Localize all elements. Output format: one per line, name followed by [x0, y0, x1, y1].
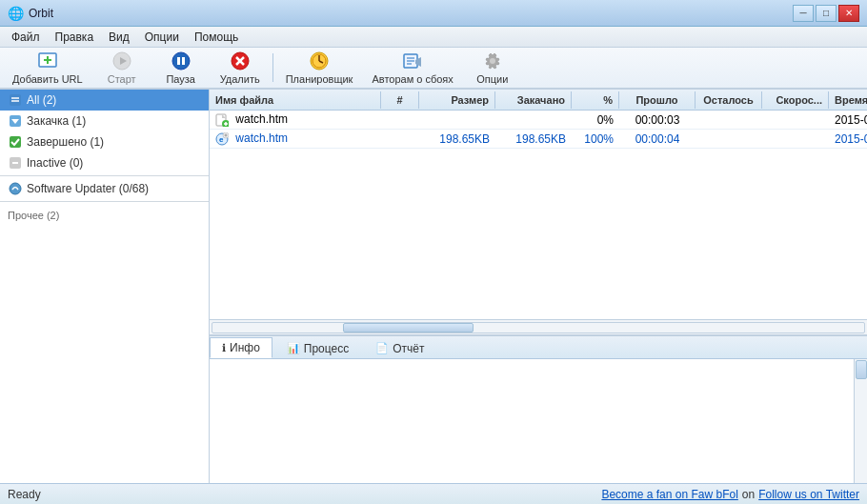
sidebar-item-software-updater[interactable]: Software Updater (0/68): [0, 178, 209, 199]
toolbar-separator-1: [272, 53, 273, 82]
scrollbar-thumb[interactable]: [856, 360, 867, 379]
sidebar-item-all[interactable]: All (2): [0, 90, 209, 111]
svg-point-5: [172, 52, 190, 70]
row1-speed: [762, 118, 829, 122]
tab-process[interactable]: 📊 Процесс: [274, 337, 361, 358]
sidebar-all-label: All (2): [27, 93, 56, 107]
inactive-icon: [8, 155, 23, 171]
table-row[interactable]: watch.htm 0% 00:00:03 2015-01-27 21: [210, 111, 867, 130]
twitter-link[interactable]: Follow us on Twitter: [758, 488, 859, 501]
sidebar-downloading-label: Закачка (1): [27, 114, 86, 128]
menu-view[interactable]: Вид: [101, 29, 137, 46]
tab-report[interactable]: 📄 Отчёт: [363, 337, 436, 358]
row2-percent: 100%: [572, 131, 619, 148]
window-title: Orbit: [29, 7, 793, 20]
svg-point-20: [490, 58, 495, 64]
vertical-scrollbar[interactable]: [854, 359, 867, 483]
all-icon: [8, 92, 23, 108]
svg-rect-26: [10, 136, 21, 148]
table-header: Имя файла # Размер Закачано % Прошло Ост…: [210, 90, 867, 111]
main-area: All (2) Закачка (1) Завершено (1): [0, 90, 867, 483]
process-tab-label: Процесс: [304, 342, 349, 355]
svg-point-29: [10, 183, 21, 194]
delete-button[interactable]: Удалить: [212, 50, 269, 86]
maximize-button[interactable]: □: [816, 5, 837, 22]
scroll-track[interactable]: [212, 322, 865, 333]
row1-downloaded: [495, 118, 572, 122]
pause-button[interactable]: Пауза: [152, 50, 210, 86]
col-header-size: Размер: [419, 91, 495, 109]
col-header-created: Время созда: [829, 91, 867, 109]
sidebar-section-other: Прочее (2): [0, 204, 209, 224]
info-tab-label: Инфо: [230, 341, 260, 354]
process-tab-icon: 📊: [287, 342, 300, 354]
tab-info[interactable]: ℹ Инфо: [210, 337, 272, 358]
menu-options[interactable]: Опции: [137, 29, 187, 46]
report-tab-icon: 📄: [375, 342, 389, 354]
menu-edit[interactable]: Правка: [48, 29, 102, 46]
sidebar: All (2) Закачка (1) Завершено (1): [0, 90, 210, 483]
start-icon: [111, 50, 132, 71]
svg-rect-21: [10, 94, 21, 106]
horizontal-scrollbar[interactable]: [210, 319, 867, 334]
scroll-thumb[interactable]: [343, 323, 474, 333]
table-row[interactable]: e watch.htm 198.65KB 198.65KB 100% 00:00…: [210, 130, 867, 149]
row1-percent: 0%: [572, 111, 619, 129]
col-header-downloaded: Закачано: [495, 91, 572, 109]
start-label: Старт: [108, 73, 136, 85]
sidebar-inactive-label: Inactive (0): [27, 156, 83, 170]
menu-help[interactable]: Помощь: [187, 29, 246, 46]
row2-remaining: [696, 137, 762, 141]
row1-num: [381, 118, 419, 122]
row2-speed: [762, 137, 829, 141]
titlebar: 🌐 Orbit ─ □ ✕: [0, 0, 867, 27]
table-body: watch.htm 0% 00:00:03 2015-01-27 21: [210, 111, 867, 319]
sidebar-completed-label: Завершено (1): [27, 135, 104, 149]
about-icon: [402, 50, 423, 71]
col-header-percent: %: [572, 91, 619, 109]
scheduler-icon: [309, 50, 330, 71]
statusbar: Ready Become a fan on Faw bFol on Follow…: [0, 483, 867, 504]
delete-icon: [230, 50, 251, 71]
add-url-button[interactable]: Добавить URL: [4, 50, 91, 86]
about-label: Авторам о сбоях: [372, 73, 453, 85]
svg-rect-6: [177, 57, 180, 65]
scheduler-button[interactable]: Планировщик: [277, 50, 362, 86]
row2-elapsed: 00:00:04: [619, 131, 696, 148]
row1-size: [419, 118, 495, 122]
file-name-2: e watch.htm: [210, 130, 381, 148]
status-separator: on: [742, 488, 755, 501]
fan-link[interactable]: Become a fan on Faw bFol: [601, 488, 737, 501]
software-updater-label: Software Updater (0/68): [27, 182, 149, 195]
start-button[interactable]: Старт: [93, 50, 151, 86]
file-icon-new: [215, 112, 232, 126]
scheduler-label: Планировщик: [286, 73, 353, 85]
file-icon-ie: e: [215, 131, 232, 145]
sidebar-item-inactive[interactable]: Inactive (0): [0, 152, 209, 173]
options-button[interactable]: Опции: [464, 50, 521, 86]
row2-size: 198.65KB: [419, 131, 495, 148]
col-header-elapsed: Прошло: [619, 91, 696, 109]
toolbar: Добавить URL Старт Пауза У: [0, 48, 867, 90]
info-tab-icon: ℹ: [222, 342, 226, 354]
row1-remaining: [696, 118, 762, 122]
row2-num: [381, 137, 419, 141]
col-header-remaining: Осталось: [696, 91, 762, 109]
close-button[interactable]: ✕: [838, 5, 859, 22]
pause-label: Пауза: [166, 73, 195, 85]
options-icon: [482, 50, 503, 71]
menu-file[interactable]: Файл: [4, 29, 48, 46]
sidebar-item-downloading[interactable]: Закачка (1): [0, 111, 209, 131]
pause-icon: [171, 50, 192, 71]
report-tab-label: Отчёт: [393, 342, 424, 355]
file-name-1: watch.htm: [210, 111, 381, 129]
tab-bar: ℹ Инфо 📊 Процесс 📄 Отчёт: [210, 336, 867, 359]
about-button[interactable]: Авторам о сбоях: [363, 50, 461, 86]
row1-elapsed: 00:00:03: [619, 111, 696, 129]
col-header-num: #: [381, 91, 419, 109]
software-updater-icon: [8, 181, 23, 196]
app-icon: 🌐: [8, 6, 23, 21]
sidebar-item-completed[interactable]: Завершено (1): [0, 131, 209, 152]
delete-label: Удалить: [220, 73, 260, 85]
minimize-button[interactable]: ─: [793, 5, 814, 22]
